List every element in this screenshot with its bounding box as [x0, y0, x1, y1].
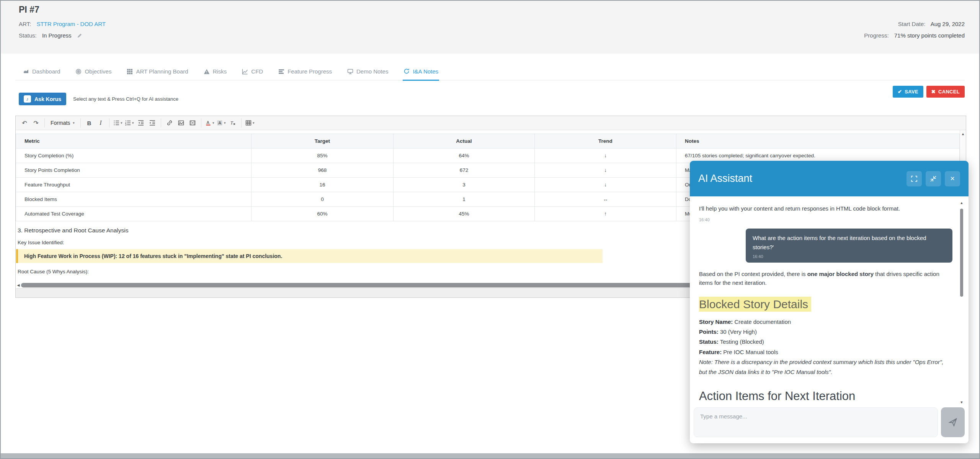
assistant-message: Based on the PI context provided, there …: [699, 270, 952, 287]
table-icon[interactable]: ▾: [244, 118, 256, 128]
tab-demo-notes[interactable]: Demo Notes: [346, 65, 389, 80]
text-color-icon[interactable]: A ▾: [204, 118, 216, 128]
pi-header: PI #7 ART: STTR Program - DOD ART Status…: [1, 1, 979, 54]
clear-formatting-icon[interactable]: T: [227, 118, 238, 128]
italic-icon[interactable]: I: [95, 118, 106, 128]
sync-icon: [403, 68, 410, 74]
chevron-down-icon: ▾: [224, 121, 226, 125]
scroll-left-icon[interactable]: ◀: [16, 283, 21, 287]
chat-history[interactable]: I'll help you with your content and retu…: [690, 196, 969, 407]
art-link[interactable]: STTR Program - DOD ART: [36, 21, 106, 27]
edit-status-pencil-icon[interactable]: [77, 33, 82, 39]
background-color-icon[interactable]: A ▾: [216, 118, 227, 128]
detail-line: Story Name: Create documentation: [699, 317, 952, 327]
numbered-list-icon[interactable]: ▾: [124, 118, 135, 128]
minimize-button[interactable]: [926, 171, 941, 186]
trend-flat-icon: ↔: [535, 192, 676, 207]
indent-icon[interactable]: [147, 118, 158, 128]
risk-warning-icon: [204, 69, 210, 75]
status-row: Status: In Progress: [19, 32, 82, 39]
chat-input-row: [694, 407, 965, 437]
outdent-icon[interactable]: [135, 118, 147, 128]
message-timestamp: 16:40: [699, 217, 952, 223]
col-trend: Trend: [535, 134, 676, 149]
status-label: Status:: [19, 32, 37, 39]
editor-toolbar: ↶ ↷ Formats ▾ B I ▾ ▾: [16, 116, 966, 130]
ask-korus-button[interactable]: ♪ Ask Korus: [19, 93, 66, 105]
action-bar: ✔ SAVE ✖ CANCEL: [893, 86, 965, 98]
chevron-down-icon: ▾: [132, 121, 134, 125]
send-button[interactable]: [941, 407, 965, 437]
bold-icon[interactable]: B: [83, 118, 95, 128]
cross-icon: ✖: [931, 89, 936, 95]
progress-row: Progress: 71% story points completed: [864, 32, 965, 39]
check-icon: ✔: [898, 89, 902, 95]
tab-art-planning-board[interactable]: ART Planning Board: [126, 65, 189, 80]
ai-assistant-panel: AI Assistant × I'll help you with your c…: [690, 161, 969, 443]
page-title: PI #7: [19, 5, 39, 15]
scroll-down-icon[interactable]: ▼: [959, 400, 964, 404]
user-message-bubble: What are the action items for the next i…: [746, 229, 952, 263]
tab-cfd[interactable]: CFD: [241, 65, 264, 80]
scroll-up-icon[interactable]: ▲: [959, 201, 964, 205]
start-date-row: Start Date: Aug 29, 2022: [898, 21, 965, 27]
undo-icon[interactable]: ↶: [19, 118, 30, 128]
scroll-up-icon[interactable]: ▲: [960, 130, 966, 136]
key-issue-callout: High Feature Work in Process (WIP): 12 o…: [16, 249, 603, 263]
dashboard-icon: [23, 69, 29, 75]
ai-panel-title: AI Assistant: [698, 173, 903, 185]
table-header-row: Metric Target Actual Trend Notes: [16, 134, 960, 149]
close-icon: ×: [950, 174, 955, 183]
feature-progress-icon: [278, 69, 284, 75]
send-plane-icon: [947, 417, 958, 428]
message-input[interactable]: [694, 407, 938, 437]
fullscreen-button[interactable]: [906, 171, 922, 186]
trend-up-icon: ↑: [535, 207, 676, 221]
tab-objectives[interactable]: Objectives: [75, 65, 112, 80]
korus-note-icon: ♪: [24, 95, 31, 103]
image-icon[interactable]: [175, 118, 187, 128]
cfd-chart-icon: [242, 69, 248, 75]
media-icon[interactable]: [187, 118, 198, 128]
progress-label: Progress:: [864, 32, 889, 39]
svg-text:A: A: [219, 121, 222, 125]
message-timestamp: 16:40: [753, 253, 946, 260]
compress-icon: [930, 175, 937, 182]
fullscreen-icon: [911, 175, 918, 182]
korus-hint: Select any text & Press Ctrl+Q for AI as…: [73, 96, 178, 102]
bottom-bar: [1, 453, 979, 458]
col-actual: Actual: [394, 134, 535, 149]
formats-dropdown[interactable]: Formats ▾: [47, 120, 78, 126]
tab-risks[interactable]: Risks: [203, 65, 228, 80]
assistant-message: I'll help you with your content and retu…: [699, 204, 952, 213]
chat-scrollbar[interactable]: ▲ ▼: [959, 201, 964, 404]
col-notes: Notes: [676, 134, 960, 149]
cancel-button[interactable]: ✖ CANCEL: [926, 86, 965, 98]
monitor-icon: [347, 69, 353, 75]
status-value: In Progress: [42, 32, 72, 39]
tab-ia-notes[interactable]: I&A Notes: [403, 65, 439, 81]
art-label: ART:: [19, 21, 31, 27]
close-button[interactable]: ×: [945, 171, 960, 186]
tab-feature-progress[interactable]: Feature Progress: [278, 65, 333, 80]
chat-scroll-thumb[interactable]: [960, 209, 963, 297]
objectives-icon: [75, 69, 82, 75]
trend-down-icon: ↓: [535, 149, 676, 163]
chevron-down-icon: ▾: [121, 121, 122, 125]
blocked-story-details: Story Name: Create documentation Points:…: [699, 317, 952, 377]
trend-down-icon: ↓: [535, 178, 676, 192]
svg-text:T: T: [230, 120, 234, 126]
tab-dashboard[interactable]: Dashboard: [22, 65, 61, 80]
redo-icon[interactable]: ↷: [30, 118, 42, 128]
bullet-list-icon[interactable]: ▾: [112, 118, 124, 128]
save-button[interactable]: ✔ SAVE: [893, 86, 923, 98]
korus-row: ♪ Ask Korus Select any text & Press Ctrl…: [19, 93, 178, 105]
start-date-value: Aug 29, 2022: [931, 21, 965, 27]
chevron-down-icon: ▾: [73, 121, 75, 125]
discrepancy-note: Note: There is a discrepancy in the prov…: [699, 357, 952, 377]
ai-panel-header: AI Assistant ×: [690, 161, 969, 196]
link-icon[interactable]: [164, 118, 175, 128]
chevron-down-icon: ▾: [212, 121, 214, 125]
chevron-down-icon: ▾: [253, 121, 255, 125]
planning-board-icon: [127, 69, 133, 75]
